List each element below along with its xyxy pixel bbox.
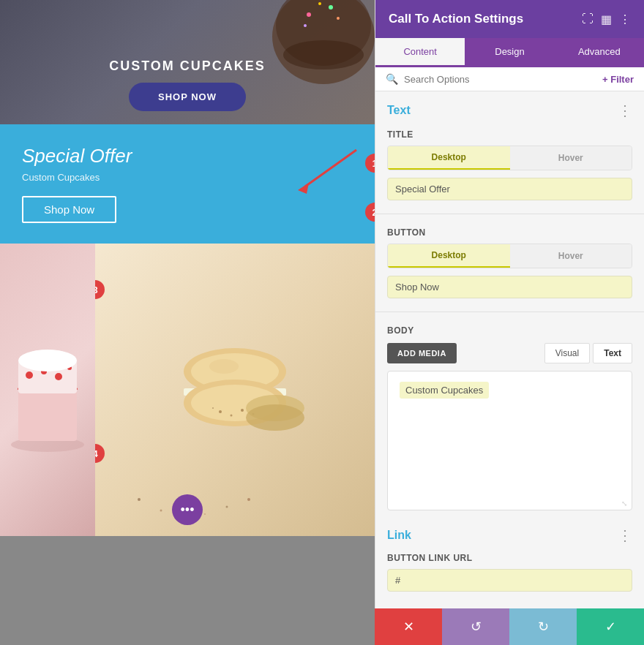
link-section: Link ⋮ Button Link URL [375, 513, 644, 600]
special-offer-shop-now-button[interactable]: Shop Now [22, 196, 116, 223]
search-input[interactable] [404, 74, 596, 85]
body-field-label: Body [375, 321, 644, 339]
svg-point-36 [247, 498, 250, 501]
macaron-svg [162, 346, 308, 434]
expand-icon[interactable]: ⛶ [582, 12, 594, 26]
text-button[interactable]: Text [593, 343, 632, 363]
macaron-image: 3 4 [95, 244, 375, 536]
svg-point-3 [329, 5, 333, 10]
filter-button[interactable]: + Filter [602, 74, 634, 85]
resize-handle[interactable]: ⤡ [621, 499, 630, 508]
button-text-input[interactable] [387, 276, 632, 298]
svg-point-32 [160, 510, 162, 512]
add-media-button[interactable]: ADD MEDIA [387, 343, 457, 363]
cancel-button[interactable]: ✕ [375, 608, 442, 645]
svg-point-28 [212, 407, 214, 409]
special-offer-subtitle: Custom Cupcakes [22, 172, 353, 183]
dots-menu-button[interactable]: ••• [172, 494, 203, 525]
title-desktop-hover-row: Desktop Hover [387, 146, 632, 170]
cupcake-image [236, 0, 375, 110]
bottom-action-bar: ✕ ↺ ↻ ✓ [375, 608, 644, 645]
svg-point-6 [304, 24, 307, 27]
badge-2: 2 [365, 203, 375, 222]
visual-text-buttons: Visual Text [544, 343, 632, 363]
text-section-menu[interactable]: ⋮ [618, 102, 632, 119]
text-section-header: Text ⋮ [375, 91, 644, 125]
macaron-visual [95, 244, 375, 536]
body-textarea[interactable] [388, 412, 632, 507]
panel-tabs: Content Design Advanced [375, 38, 644, 67]
svg-point-20 [209, 359, 239, 374]
svg-point-4 [318, 2, 321, 5]
svg-point-2 [307, 12, 311, 17]
more-icon[interactable]: ⋮ [619, 12, 631, 26]
svg-point-13 [26, 371, 33, 379]
tab-design[interactable]: Design [465, 38, 554, 67]
title-input[interactable] [387, 178, 632, 200]
redo-icon: ↻ [538, 619, 549, 635]
visual-button[interactable]: Visual [544, 343, 590, 363]
dots-icon: ••• [181, 502, 195, 518]
search-bar: 🔍 + Filter [375, 67, 644, 91]
panel-body: Text ⋮ Title Desktop Hover Button Deskto… [375, 91, 644, 645]
svg-point-34 [204, 513, 206, 515]
badge-4: 4 [95, 444, 105, 463]
divider-2 [375, 312, 644, 312]
body-textarea-wrap: Custom Cupcakes ⤡ [387, 371, 632, 510]
divider-1 [375, 214, 644, 214]
body-toolbar: ADD MEDIA Visual Text [375, 339, 644, 368]
panel-header-icons: ⛶ ▦ ⋮ [582, 12, 631, 26]
link-section-header: Link ⋮ [375, 519, 644, 548]
body-content-highlight: Custom Cupcakes [400, 382, 489, 399]
redo-button[interactable]: ↻ [509, 608, 577, 645]
panel-header: Call To Action Settings ⛶ ▦ ⋮ [375, 0, 644, 38]
hero-title: CUSTOM CUPCAKES [0, 59, 375, 74]
bottom-images-section: 3 4 ••• [0, 244, 375, 536]
link-section-title: Link [387, 529, 411, 542]
button-link-label: Button Link URL [375, 548, 644, 566]
right-settings-panel: Call To Action Settings ⛶ ▦ ⋮ Content De… [375, 0, 644, 645]
badge-3: 3 [95, 280, 105, 299]
button-desktop-button[interactable]: Desktop [388, 244, 510, 268]
cancel-icon: ✕ [403, 619, 414, 635]
svg-point-15 [55, 373, 62, 380]
cake-visual [0, 244, 95, 536]
svg-point-5 [337, 17, 340, 20]
svg-point-35 [226, 506, 228, 508]
cake-svg [4, 317, 91, 463]
search-icon: 🔍 [386, 73, 398, 85]
svg-point-30 [246, 404, 304, 431]
button-desktop-hover-row: Desktop Hover [387, 244, 632, 268]
undo-button[interactable]: ↺ [442, 608, 509, 645]
text-section-title: Text [387, 104, 411, 117]
title-hover-button[interactable]: Hover [510, 146, 632, 170]
left-preview-panel: CUSTOM CUPCAKES SHOP NOW 1 Special Offer… [0, 0, 375, 645]
tab-content[interactable]: Content [375, 38, 465, 67]
hero-section: CUSTOM CUPCAKES SHOP NOW [0, 0, 375, 124]
svg-marker-9 [298, 183, 309, 194]
save-button[interactable]: ✓ [577, 608, 644, 645]
button-hover-button[interactable]: Hover [510, 244, 632, 268]
svg-point-26 [241, 409, 244, 412]
svg-point-17 [18, 350, 77, 371]
panel-title: Call To Action Settings [389, 12, 523, 26]
badge-1: 1 [365, 154, 375, 173]
undo-icon: ↺ [471, 619, 482, 635]
save-icon: ✓ [605, 619, 616, 635]
button-field-label: Button [375, 223, 644, 241]
svg-point-25 [231, 415, 233, 417]
svg-point-24 [219, 410, 222, 413]
tab-advanced[interactable]: Advanced [555, 38, 644, 67]
title-field-label: Title [375, 125, 644, 143]
svg-point-31 [138, 498, 141, 501]
hero-shop-now-button[interactable]: SHOP NOW [129, 83, 246, 111]
svg-rect-11 [18, 390, 77, 441]
title-desktop-button[interactable]: Desktop [388, 146, 510, 170]
link-section-menu[interactable]: ⋮ [618, 527, 632, 544]
cake-image [0, 244, 95, 536]
special-offer-section: 1 Special Offer Custom Cupcakes Shop Now… [0, 124, 375, 244]
columns-icon[interactable]: ▦ [601, 12, 612, 26]
url-input[interactable] [387, 569, 632, 592]
